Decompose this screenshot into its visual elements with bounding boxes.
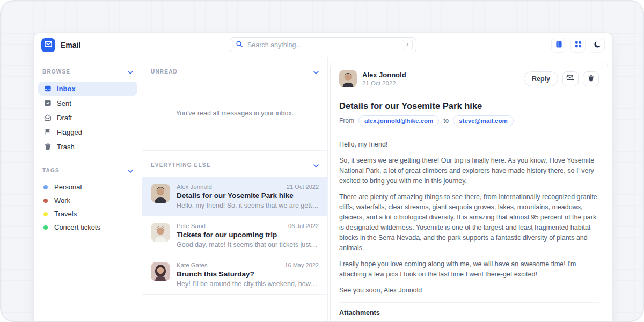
everything-else-header[interactable]: EVERYTHING ELSE: [142, 151, 327, 177]
divider: [339, 302, 599, 303]
chevron-down-icon: [128, 67, 133, 76]
sent-icon: [43, 99, 52, 107]
tag-label: Concert tickets: [54, 223, 100, 231]
avatar-alex-jonnold: [151, 184, 170, 203]
body-paragraph: See you soon, Alex Jonnold: [339, 286, 599, 296]
email-subject: Brunch this Saturday?: [177, 270, 319, 278]
body-paragraph: I really hope you love coming along with…: [339, 259, 599, 280]
app-logo: [41, 38, 55, 52]
to-label: to: [443, 117, 449, 125]
message-list-column: UNREAD You've read all messages in your …: [142, 57, 328, 322]
moon-icon: [594, 40, 602, 50]
chevron-down-icon: [313, 160, 319, 170]
from-to-row: From alex.jonnold@hike.com to steve@mail…: [339, 115, 599, 126]
tags-label: TAGS: [42, 167, 60, 173]
email-preview: Good day, mate! It seems that our ticket…: [177, 241, 319, 248]
sidebar-item-label: Sent: [57, 99, 71, 107]
tag-item-concert-tickets[interactable]: Concert tickets: [38, 221, 137, 234]
sidebar-item-label: Trash: [57, 143, 75, 151]
sidebar-item-label: Draft: [57, 114, 72, 122]
avatar-pete-sand: [151, 223, 170, 242]
dark-mode-toggle[interactable]: [590, 38, 605, 53]
browse-section-header[interactable]: BROWSE: [38, 67, 137, 76]
email-meta: Kate Gates 16 May 2022 Brunch this Satur…: [177, 262, 319, 288]
sidebar-item-label: Flagged: [57, 128, 82, 136]
divider: [339, 133, 599, 133]
tags-section: TAGS Personal Work: [38, 165, 137, 234]
sidebar: BROWSE Inbox Sent: [34, 57, 142, 322]
search-input[interactable]: [247, 41, 402, 49]
from-label: From: [339, 117, 354, 125]
page-background: Email /: [0, 0, 644, 322]
unread-label: UNREAD: [151, 69, 178, 75]
chevron-down-icon: [128, 165, 133, 175]
apps-grid-icon: [574, 40, 582, 50]
email-app-window: Email /: [33, 32, 613, 322]
apps-grid-button[interactable]: [570, 38, 586, 53]
email-list-item-pete[interactable]: Pete Sand 06 Jul 2022 Tickets for our up…: [142, 216, 327, 255]
body-paragraph: There are plenty of amazing things to se…: [339, 192, 599, 253]
book-icon: [555, 40, 563, 50]
avatar-kate-gates: [151, 262, 170, 281]
sidebar-item-label: Inbox: [57, 85, 76, 93]
trash-icon: [43, 143, 52, 150]
tag-color-dot: [43, 212, 48, 216]
avatar-alex-jonnold: [339, 70, 357, 87]
sidebar-item-trash[interactable]: Trash: [38, 140, 137, 153]
search-bar[interactable]: /: [230, 37, 416, 53]
tags-section-header[interactable]: TAGS: [38, 165, 137, 175]
email-meta: Alex Jonnold 21 Oct 2022 Details for our…: [177, 184, 319, 209]
attachments-label: Attachments: [339, 309, 599, 317]
app-header: Email /: [34, 33, 612, 57]
email-sender: Alex Jonnold: [177, 184, 212, 190]
email-sender: Kate Gates: [177, 262, 208, 268]
email-subject: Tickets for our upcoming trip: [177, 231, 319, 239]
from-email-chip[interactable]: alex.jonnold@hike.com: [358, 115, 439, 126]
unread-section-header[interactable]: UNREAD: [142, 57, 327, 76]
body-paragraph: Hello, my friend!: [339, 140, 599, 150]
email-date: 21 Oct 2022: [287, 184, 319, 190]
forward-button[interactable]: [562, 71, 579, 86]
sidebar-item-sent[interactable]: Sent: [38, 96, 137, 110]
email-preview: Hello, my friend! So, it seems that we a…: [177, 202, 319, 209]
detail-sender-name: Alex Jonnold: [362, 71, 406, 79]
sidebar-item-inbox[interactable]: Inbox: [38, 82, 137, 96]
everything-else-label: EVERYTHING ELSE: [151, 162, 211, 168]
sidebar-item-flagged[interactable]: Flagged: [38, 125, 137, 139]
delete-button[interactable]: [583, 71, 599, 86]
email-body: Hello, my friend! So, it seems we are ge…: [339, 140, 599, 296]
draft-icon: [43, 114, 52, 121]
email-subject: Details for our Yosemite Park hike: [177, 192, 319, 200]
tag-label: Travels: [54, 210, 77, 218]
tag-color-dot: [43, 199, 48, 203]
trash-icon: [588, 75, 595, 83]
detail-actions: Reply: [524, 71, 599, 86]
tag-item-work[interactable]: Work: [38, 194, 137, 207]
email-meta: Pete Sand 06 Jul 2022 Tickets for our up…: [177, 223, 319, 248]
email-sender: Pete Sand: [177, 223, 206, 229]
tag-color-dot: [43, 185, 48, 189]
tag-item-travels[interactable]: Travels: [38, 207, 137, 221]
sidebar-item-draft[interactable]: Draft: [38, 111, 137, 125]
book-button[interactable]: [551, 38, 566, 53]
unread-section: UNREAD You've read all messages in your …: [142, 57, 327, 150]
reply-button[interactable]: Reply: [524, 71, 558, 86]
app-title: Email: [61, 41, 80, 49]
search-icon: [236, 40, 243, 50]
unread-empty-message: You've read all messages in your inbox.: [142, 76, 327, 150]
email-date: 06 Jul 2022: [288, 223, 319, 229]
envelope-icon: [44, 40, 53, 50]
tag-color-dot: [43, 225, 48, 230]
inbox-icon: [43, 85, 52, 92]
to-email-chip[interactable]: steve@mail.com: [453, 115, 513, 126]
tag-item-personal[interactable]: Personal: [38, 180, 137, 194]
detail-header: Alex Jonnold 21 Oct 2022 Reply: [339, 70, 599, 87]
browse-label: BROWSE: [42, 69, 70, 75]
header-actions: [551, 38, 605, 53]
email-preview: Hey! I'll be around the city this weeken…: [177, 280, 319, 288]
email-list-item-kate[interactable]: Kate Gates 16 May 2022 Brunch this Satur…: [142, 255, 327, 295]
flag-icon: [43, 128, 52, 136]
email-list-item-alex[interactable]: Alex Jonnold 21 Oct 2022 Details for our…: [142, 177, 327, 216]
tag-label: Work: [54, 196, 70, 204]
detail-date: 21 Oct 2022: [362, 80, 406, 86]
